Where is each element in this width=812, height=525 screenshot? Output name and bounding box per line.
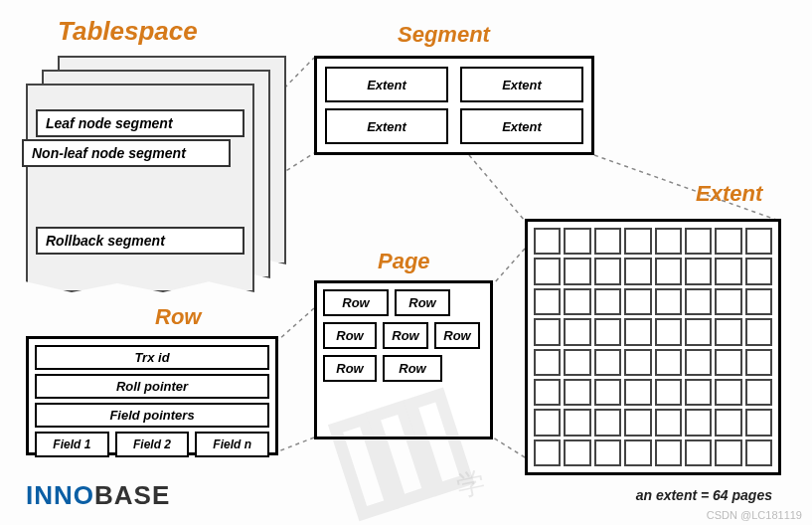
- credit-text: CSDN @LC181119: [707, 509, 802, 521]
- page-row-cell: Row: [383, 355, 442, 382]
- extent-page-cell: [685, 409, 712, 436]
- page-row-cell: Row: [323, 355, 377, 382]
- row-block: Trx id Roll pointer Field pointers Field…: [26, 336, 278, 455]
- extent-page-cell: [655, 409, 682, 436]
- svg-line-2: [469, 155, 525, 221]
- extent-page-cell: [594, 379, 621, 406]
- brand-logo: INNOBASE: [26, 480, 170, 511]
- extent-page-cell: [564, 439, 590, 466]
- svg-line-4: [493, 249, 525, 284]
- row-title: Row: [155, 304, 201, 330]
- extent-page-cell: [534, 439, 561, 466]
- extent-page-cell: [685, 349, 712, 376]
- tablespace-rollback-segment: Rollback segment: [36, 227, 244, 255]
- extent-page-cell: [594, 258, 621, 284]
- segment-extent-cell: Extent: [460, 67, 583, 102]
- row-trx-id: Trx id: [35, 345, 269, 370]
- extent-page-cell: [685, 288, 712, 315]
- svg-line-5: [493, 438, 525, 457]
- row-field-pointers: Field pointers: [35, 403, 269, 428]
- extent-page-cell: [564, 228, 590, 255]
- extent-page-cell: [715, 409, 741, 436]
- page-title: Page: [378, 249, 430, 274]
- extent-page-cell: [715, 349, 741, 376]
- svg-line-7: [278, 438, 314, 451]
- page-block: Row Row Row Row Row Row Row: [314, 280, 493, 439]
- extent-page-cell: [624, 318, 651, 345]
- extent-page-cell: [534, 409, 561, 436]
- extent-page-cell: [534, 228, 561, 255]
- extent-page-cell: [715, 379, 741, 406]
- extent-block: [525, 219, 781, 475]
- extent-page-cell: [564, 288, 590, 315]
- extent-page-cell: [624, 409, 651, 436]
- row-roll-pointer: Roll pointer: [35, 374, 269, 399]
- extent-page-cell: [624, 288, 651, 315]
- extent-caption: an extent = 64 pages: [636, 487, 772, 503]
- extent-page-cell: [655, 288, 682, 315]
- extent-page-cell: [594, 409, 621, 436]
- logo-part1: INNO: [26, 480, 94, 510]
- extent-page-cell: [685, 439, 712, 466]
- page-row-cell: Row: [434, 322, 480, 349]
- segment-block: Extent Extent Extent Extent: [314, 56, 594, 155]
- extent-page-cell: [594, 288, 621, 315]
- extent-page-cell: [624, 379, 651, 406]
- extent-page-cell: [745, 409, 772, 436]
- tablespace-title: Tablespace: [58, 16, 198, 47]
- extent-page-cell: [655, 379, 682, 406]
- extent-page-cell: [564, 379, 590, 406]
- segment-title: Segment: [398, 22, 490, 48]
- extent-page-cell: [534, 349, 561, 376]
- extent-page-cell: [655, 228, 682, 255]
- extent-page-cell: [715, 318, 741, 345]
- page-row-cell: Row: [323, 289, 389, 316]
- page-row-cell: Row: [395, 289, 450, 316]
- tablespace-leaf-segment: Leaf node segment: [36, 109, 244, 137]
- extent-page-cell: [594, 228, 621, 255]
- extent-page-cell: [745, 288, 772, 315]
- extent-page-cell: [685, 258, 712, 284]
- extent-page-cell: [745, 318, 772, 345]
- extent-page-cell: [715, 288, 741, 315]
- extent-page-cell: [594, 349, 621, 376]
- extent-page-cell: [534, 379, 561, 406]
- extent-page-cell: [685, 379, 712, 406]
- extent-page-cell: [534, 258, 561, 284]
- extent-page-cell: [655, 349, 682, 376]
- segment-extent-cell: Extent: [325, 108, 448, 144]
- extent-title: Extent: [696, 181, 762, 207]
- segment-extent-cell: Extent: [325, 67, 448, 102]
- logo-part2: BASE: [94, 480, 170, 510]
- extent-page-cell: [715, 258, 741, 284]
- extent-page-cell: [715, 439, 741, 466]
- row-field: Field 2: [115, 432, 190, 457]
- extent-page-cell: [624, 228, 651, 255]
- row-field: Field n: [195, 432, 269, 457]
- svg-line-6: [278, 308, 314, 340]
- extent-page-cell: [655, 439, 682, 466]
- tablespace-nonleaf-segment: Non-leaf node segment: [22, 139, 231, 167]
- extent-page-cell: [594, 318, 621, 345]
- extent-page-cell: [745, 379, 772, 406]
- page-row-cell: Row: [323, 322, 377, 349]
- extent-page-cell: [655, 258, 682, 284]
- watermark-text: 学: [453, 463, 488, 506]
- extent-page-cell: [655, 318, 682, 345]
- extent-page-cell: [745, 228, 772, 255]
- extent-page-cell: [745, 439, 772, 466]
- segment-extent-cell: Extent: [460, 108, 583, 144]
- extent-page-cell: [564, 409, 590, 436]
- extent-page-cell: [534, 288, 561, 315]
- extent-page-cell: [745, 258, 772, 284]
- extent-page-cell: [685, 318, 712, 345]
- extent-page-cell: [564, 258, 590, 284]
- page-row-cell: Row: [383, 322, 428, 349]
- extent-page-cell: [624, 439, 651, 466]
- extent-page-cell: [745, 349, 772, 376]
- extent-page-cell: [564, 318, 590, 345]
- extent-page-cell: [534, 318, 561, 345]
- extent-page-cell: [564, 349, 590, 376]
- extent-page-cell: [685, 228, 712, 255]
- extent-page-cell: [624, 349, 651, 376]
